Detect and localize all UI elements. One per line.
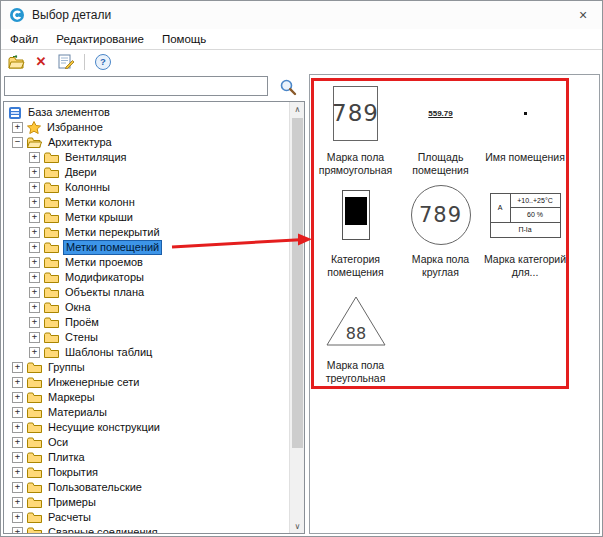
tree-item[interactable]: +Метки крыши bbox=[4, 210, 288, 225]
tree-item-label: Объекты плана bbox=[63, 286, 146, 299]
expander-icon[interactable]: + bbox=[12, 497, 23, 508]
edit-icon bbox=[58, 54, 74, 69]
expander-icon[interactable]: + bbox=[29, 152, 40, 163]
tree-item[interactable]: +Расчеты bbox=[4, 510, 288, 525]
expander-icon[interactable]: + bbox=[29, 347, 40, 358]
search-button[interactable] bbox=[277, 76, 299, 98]
tree-item[interactable]: +Окна bbox=[4, 300, 288, 315]
folder-icon bbox=[44, 257, 59, 268]
expander-icon[interactable]: + bbox=[29, 257, 40, 268]
expander-icon[interactable]: + bbox=[29, 182, 40, 193]
tree-item[interactable]: +Покрытия bbox=[4, 465, 288, 480]
tree-item-label: Метки проемов bbox=[63, 256, 145, 269]
expander-icon[interactable]: + bbox=[12, 527, 23, 534]
expander-icon[interactable]: + bbox=[12, 407, 23, 418]
expander-icon[interactable]: − bbox=[12, 137, 23, 148]
tree-item[interactable]: +Колонны bbox=[4, 180, 288, 195]
expander-icon[interactable]: + bbox=[12, 362, 23, 373]
tree-item[interactable]: −Архитектура bbox=[4, 135, 288, 150]
tree-item[interactable]: +Плитка bbox=[4, 450, 288, 465]
library-item-label: Марка пола круглая bbox=[399, 253, 483, 279]
expander-icon[interactable]: + bbox=[29, 332, 40, 343]
expander-icon[interactable]: + bbox=[29, 317, 40, 328]
tree-scrollbar[interactable]: ∧ ∨ bbox=[289, 102, 304, 533]
folder-icon bbox=[27, 377, 42, 388]
folder-icon bbox=[44, 197, 59, 208]
tree-item[interactable]: +Примеры bbox=[4, 495, 288, 510]
tree-item[interactable]: +Стены bbox=[4, 330, 288, 345]
tree-item-label: Вентиляция bbox=[63, 151, 129, 164]
dot-icon bbox=[524, 112, 527, 115]
library-item[interactable]: 789Марка пола круглая bbox=[398, 183, 483, 289]
delete-button[interactable]: ✕ bbox=[32, 53, 50, 71]
expander-icon[interactable]: + bbox=[29, 272, 40, 283]
library-item-label: Марка категорий для... bbox=[483, 253, 567, 279]
expander-icon[interactable]: + bbox=[29, 227, 40, 238]
folder-icon bbox=[27, 407, 42, 418]
scrollbar-thumb[interactable] bbox=[292, 118, 303, 448]
tree-item[interactable]: +Маркеры bbox=[4, 390, 288, 405]
expander-icon[interactable]: + bbox=[12, 392, 23, 403]
library-item[interactable]: А+10..+25°C60 %П-IаМарка категорий для..… bbox=[483, 183, 567, 289]
tree-item[interactable]: +Шаблоны таблиц bbox=[4, 345, 288, 360]
tree-item[interactable]: +Группы bbox=[4, 360, 288, 375]
tree-item[interactable]: +Избранное bbox=[4, 120, 288, 135]
menu-edit[interactable]: Редактирование bbox=[54, 33, 146, 45]
close-button[interactable]: × bbox=[574, 6, 592, 24]
folder-icon bbox=[27, 467, 42, 478]
expander-icon[interactable]: + bbox=[12, 437, 23, 448]
expander-icon[interactable]: + bbox=[12, 452, 23, 463]
tree-item[interactable]: +Метки колонн bbox=[4, 195, 288, 210]
library-item[interactable]: 789Марка пола прямоугольная bbox=[313, 81, 398, 183]
edit-button[interactable] bbox=[57, 53, 75, 71]
tree-item[interactable]: +Пользовательские bbox=[4, 480, 288, 495]
open-button[interactable] bbox=[7, 53, 25, 71]
database-icon bbox=[8, 106, 22, 120]
tree-item[interactable]: +Метки проемов bbox=[4, 255, 288, 270]
folder-icon bbox=[27, 512, 42, 523]
scroll-up-icon[interactable]: ∧ bbox=[290, 102, 305, 116]
library-item[interactable]: 88Марка пола треугольная bbox=[313, 289, 398, 386]
tree-item[interactable]: +Сварные соединения bbox=[4, 525, 288, 534]
tree-item[interactable]: +Объекты плана bbox=[4, 285, 288, 300]
tree-item[interactable]: +Модификаторы bbox=[4, 270, 288, 285]
expander-icon[interactable]: + bbox=[12, 467, 23, 478]
tree-item[interactable]: База элементов bbox=[4, 105, 288, 120]
tree-item[interactable]: +Инженерные сети bbox=[4, 375, 288, 390]
expander-icon[interactable]: + bbox=[29, 287, 40, 298]
expander-icon[interactable]: + bbox=[29, 167, 40, 178]
tree-item[interactable]: +Оси bbox=[4, 435, 288, 450]
menu-file[interactable]: Файл bbox=[8, 33, 40, 45]
tree-item[interactable]: +Двери bbox=[4, 165, 288, 180]
folder-icon bbox=[27, 527, 42, 534]
expander-icon[interactable]: + bbox=[12, 377, 23, 388]
folder-open-icon bbox=[8, 55, 25, 69]
folder-icon bbox=[44, 272, 59, 283]
expander-icon[interactable]: + bbox=[12, 482, 23, 493]
tree-item[interactable]: +Вентиляция bbox=[4, 150, 288, 165]
scroll-down-icon[interactable]: ∨ bbox=[290, 519, 305, 533]
tree-item[interactable]: +Материалы bbox=[4, 405, 288, 420]
expander-icon[interactable]: + bbox=[12, 422, 23, 433]
tree-item[interactable]: +Метки помещений bbox=[4, 240, 288, 255]
tree-item[interactable]: +Проём bbox=[4, 315, 288, 330]
expander-icon[interactable]: + bbox=[29, 197, 40, 208]
expander-icon[interactable]: + bbox=[12, 512, 23, 523]
tree-item-label: Стены bbox=[63, 331, 100, 344]
library-item[interactable]: Категория помещения bbox=[313, 183, 398, 289]
expander-icon[interactable]: + bbox=[29, 212, 40, 223]
tree-item[interactable]: +Несущие конструкции bbox=[4, 420, 288, 435]
expander-icon[interactable]: + bbox=[29, 302, 40, 313]
menu-help[interactable]: Помощь bbox=[160, 33, 208, 45]
help-button[interactable]: ? bbox=[94, 53, 112, 71]
element-tree-panel: База элементов+Избранное−Архитектура+Вен… bbox=[3, 101, 305, 534]
title-bar: Выбор детали × bbox=[1, 1, 602, 29]
expander-icon[interactable]: + bbox=[29, 242, 40, 253]
library-item[interactable]: 559.79Площадь помещения bbox=[398, 81, 483, 183]
tree-item[interactable]: +Метки перекрытий bbox=[4, 225, 288, 240]
folder-icon bbox=[27, 422, 42, 433]
expander-icon[interactable]: + bbox=[12, 122, 23, 133]
folder-icon bbox=[44, 212, 59, 223]
library-item[interactable]: Имя помещения bbox=[483, 81, 567, 183]
search-input[interactable] bbox=[4, 76, 268, 96]
